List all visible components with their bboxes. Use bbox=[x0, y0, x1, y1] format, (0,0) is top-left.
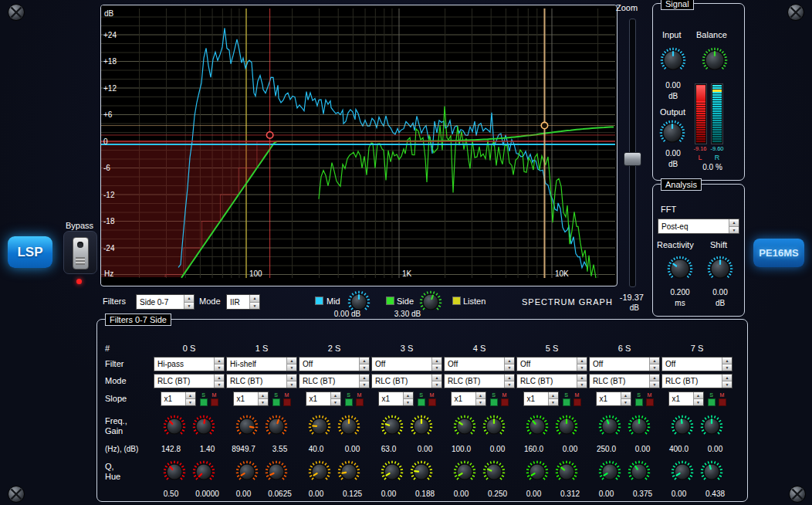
filter-type-select[interactable]: Off▲▼ bbox=[516, 357, 587, 371]
combo-spinner[interactable]: ▲▼ bbox=[504, 375, 514, 388]
mute-led[interactable] bbox=[211, 398, 218, 406]
filter0-handle-dot[interactable] bbox=[266, 132, 272, 138]
spin-down-icon[interactable]: ▼ bbox=[331, 398, 340, 405]
spin-down-icon[interactable]: ▼ bbox=[360, 381, 369, 388]
combo-spinner[interactable]: ▲▼ bbox=[330, 392, 340, 405]
spin-down-icon[interactable]: ▼ bbox=[694, 398, 703, 405]
combo-spinner[interactable]: ▲▼ bbox=[431, 358, 442, 371]
filter-slope-select[interactable]: x1▲▼ bbox=[668, 391, 704, 406]
spin-down-icon[interactable]: ▼ bbox=[621, 398, 631, 405]
spin-up-icon[interactable]: ▲ bbox=[215, 375, 224, 381]
combo-spinner[interactable]: ▲▼ bbox=[649, 375, 659, 388]
freq-knob[interactable] bbox=[163, 415, 186, 438]
filter-slope-select[interactable]: x1▲▼ bbox=[306, 391, 341, 406]
spin-up-icon[interactable]: ▲ bbox=[215, 358, 224, 364]
spin-up-icon[interactable]: ▲ bbox=[577, 375, 587, 381]
hue-knob[interactable] bbox=[555, 460, 578, 483]
spin-down-icon[interactable]: ▼ bbox=[729, 226, 739, 234]
combo-spinner[interactable]: ▲▼ bbox=[359, 375, 369, 388]
hue-knob[interactable] bbox=[265, 460, 288, 483]
filter-type-select[interactable]: Hi-pass▲▼ bbox=[154, 357, 225, 371]
solo-led[interactable] bbox=[200, 398, 208, 406]
gain-knob[interactable] bbox=[482, 415, 506, 438]
freq-knob[interactable] bbox=[235, 415, 259, 438]
filter-slope-select[interactable]: x1▲▼ bbox=[233, 391, 269, 406]
shift-knob[interactable] bbox=[707, 256, 733, 282]
spin-up-icon[interactable]: ▲ bbox=[404, 392, 413, 398]
q-knob[interactable] bbox=[598, 460, 621, 483]
combo-spinner[interactable]: ▲▼ bbox=[286, 358, 296, 371]
filter-type-select[interactable]: Off▲▼ bbox=[589, 357, 660, 371]
solo-led[interactable] bbox=[563, 398, 570, 406]
q-knob[interactable] bbox=[526, 460, 549, 483]
listen-led[interactable] bbox=[452, 297, 461, 305]
combo-spinner[interactable]: ▲▼ bbox=[722, 358, 732, 371]
filter-slope-select[interactable]: x1▲▼ bbox=[523, 391, 559, 406]
output-gain-knob[interactable] bbox=[659, 120, 685, 146]
freq-knob[interactable] bbox=[453, 415, 476, 438]
combo-spinner[interactable]: ▲▼ bbox=[214, 358, 224, 371]
bypass-rocker[interactable] bbox=[73, 237, 89, 269]
combo-spinner[interactable]: ▲▼ bbox=[722, 375, 732, 388]
spin-down-icon[interactable]: ▼ bbox=[505, 364, 514, 371]
gain-knob[interactable] bbox=[265, 415, 288, 438]
spin-up-icon[interactable]: ▲ bbox=[621, 392, 631, 398]
solo-led[interactable] bbox=[708, 398, 716, 406]
filter-type-select[interactable]: Off▲▼ bbox=[299, 357, 370, 371]
filter-slope-select[interactable]: x1▲▼ bbox=[451, 391, 486, 406]
q-knob[interactable] bbox=[308, 460, 331, 483]
eq-mode-select[interactable]: IIR ▲▼ bbox=[226, 294, 260, 310]
spin-down-icon[interactable]: ▼ bbox=[432, 364, 442, 371]
spin-up-icon[interactable]: ▲ bbox=[694, 392, 703, 398]
freq-knob[interactable] bbox=[598, 415, 621, 438]
filter-type-select[interactable]: Off▲▼ bbox=[371, 357, 442, 371]
spin-down-icon[interactable]: ▼ bbox=[549, 398, 558, 405]
spin-down-icon[interactable]: ▼ bbox=[476, 398, 486, 405]
filter-mode-select[interactable]: RLC (BT)▲▼ bbox=[226, 374, 297, 388]
spin-down-icon[interactable]: ▼ bbox=[184, 302, 194, 310]
spin-down-icon[interactable]: ▼ bbox=[650, 381, 659, 388]
filter-mode-select[interactable]: RLC (BT)▲▼ bbox=[589, 374, 660, 388]
reactivity-knob[interactable] bbox=[667, 256, 693, 282]
spin-up-icon[interactable]: ▲ bbox=[505, 358, 514, 364]
gain-knob[interactable] bbox=[555, 415, 578, 438]
solo-led[interactable] bbox=[490, 398, 498, 406]
freq-knob[interactable] bbox=[671, 415, 694, 438]
spin-up-icon[interactable]: ▲ bbox=[722, 358, 732, 364]
filter-mode-select[interactable]: RLC (BT)▲▼ bbox=[154, 374, 225, 388]
filter-slope-select[interactable]: x1▲▼ bbox=[378, 391, 414, 406]
spin-up-icon[interactable]: ▲ bbox=[432, 375, 442, 381]
combo-spinner[interactable]: ▲▼ bbox=[729, 219, 739, 233]
filters-bank-select[interactable]: Side 0-7 ▲▼ bbox=[136, 294, 195, 310]
combo-spinner[interactable]: ▲▼ bbox=[649, 358, 659, 371]
spin-down-icon[interactable]: ▼ bbox=[722, 364, 732, 371]
spin-up-icon[interactable]: ▲ bbox=[360, 375, 369, 381]
spin-up-icon[interactable]: ▲ bbox=[650, 375, 659, 381]
gain-knob[interactable] bbox=[337, 415, 360, 438]
gain-knob[interactable] bbox=[410, 415, 433, 438]
spin-down-icon[interactable]: ▼ bbox=[250, 302, 259, 310]
spin-up-icon[interactable]: ▲ bbox=[250, 295, 259, 302]
spin-up-icon[interactable]: ▲ bbox=[650, 358, 659, 364]
q-knob[interactable] bbox=[671, 460, 694, 483]
mute-led[interactable] bbox=[719, 398, 726, 406]
hue-knob[interactable] bbox=[337, 460, 360, 483]
combo-spinner[interactable]: ▲▼ bbox=[286, 375, 296, 388]
spin-up-icon[interactable]: ▲ bbox=[360, 358, 369, 364]
hue-knob[interactable] bbox=[192, 460, 215, 483]
spin-down-icon[interactable]: ▼ bbox=[186, 398, 195, 405]
spin-up-icon[interactable]: ▲ bbox=[432, 358, 442, 364]
gain-knob[interactable] bbox=[700, 415, 723, 438]
spin-up-icon[interactable]: ▲ bbox=[577, 358, 587, 364]
filter-slope-select[interactable]: x1▲▼ bbox=[161, 391, 196, 406]
spin-up-icon[interactable]: ▲ bbox=[259, 392, 268, 398]
spin-down-icon[interactable]: ▼ bbox=[259, 398, 268, 405]
zoom-slider-handle[interactable] bbox=[624, 152, 641, 166]
spin-down-icon[interactable]: ▼ bbox=[577, 381, 587, 388]
spin-down-icon[interactable]: ▼ bbox=[287, 381, 296, 388]
bypass-switch[interactable] bbox=[63, 231, 97, 274]
freq-knob[interactable] bbox=[381, 415, 404, 438]
combo-spinner[interactable]: ▲▼ bbox=[249, 295, 259, 309]
spin-up-icon[interactable]: ▲ bbox=[184, 295, 194, 302]
solo-led[interactable] bbox=[418, 398, 425, 406]
